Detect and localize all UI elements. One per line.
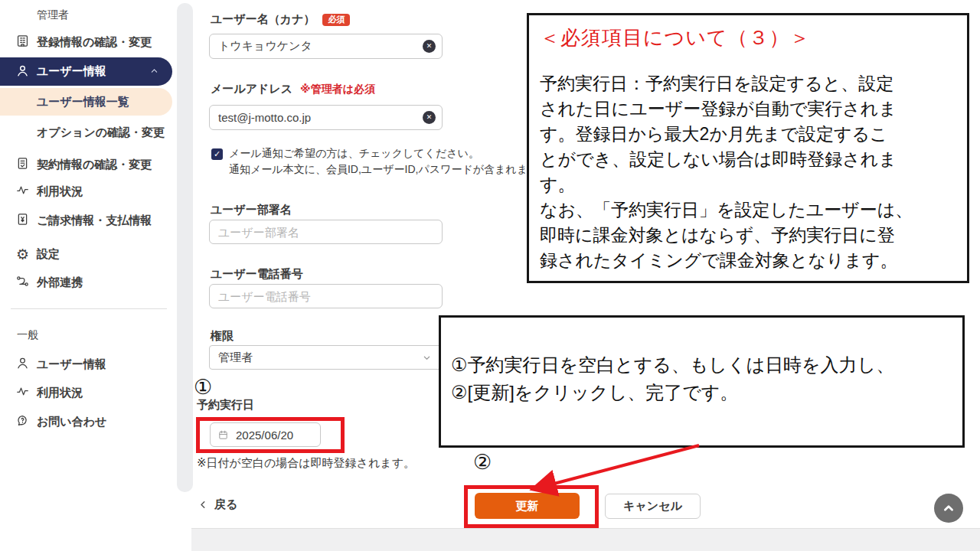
annotation-steps-text: ①予約実行日を空白とする、もしくは日時を入力し、 ②[更新]をクリックし、完了で… xyxy=(451,351,955,406)
email-field-label: メールアドレス ※管理者は必須 xyxy=(211,82,375,96)
sidebar-item-registration-info[interactable]: 登録情報の確認・変更 xyxy=(0,32,176,52)
sidebar-item-label: ユーザー情報 xyxy=(37,64,106,79)
sidebar-item-option-confirm[interactable]: オプションの確認・変更 xyxy=(0,122,176,142)
sidebar: 管理者 登録情報の確認・変更 ユーザー情報 ユーザー情報一覧 オプションの確認・… xyxy=(0,0,176,551)
sidebar-item-label: 契約情報の確認・変更 xyxy=(37,158,152,172)
sidebar-divider xyxy=(11,308,167,309)
role-selected-value: 管理者 xyxy=(218,350,253,365)
clear-icon[interactable]: ✕ xyxy=(423,40,436,53)
annotation-steps-box: ①予約実行日を空白とする、もしくは日時を入力し、 ②[更新]をクリックし、完了で… xyxy=(439,315,965,448)
annotation-arrow xyxy=(521,441,708,496)
scrollbar-track[interactable] xyxy=(177,3,193,492)
mail-notify-label: メール通知ご希望の方は、チェックしてください。 xyxy=(229,147,479,161)
contract-icon xyxy=(15,156,30,173)
email-label-text: メールアドレス xyxy=(211,82,292,96)
sidebar-item-general-usage[interactable]: 利用状況 xyxy=(0,383,176,403)
chevron-up-icon xyxy=(940,500,957,517)
back-link[interactable]: 戻る xyxy=(198,497,237,512)
pulse-icon xyxy=(15,384,30,401)
sidebar-item-label: ご請求情報・支払情報 xyxy=(37,214,152,228)
sidebar-item-label: 利用状況 xyxy=(37,386,83,400)
gear-icon: ⚙ xyxy=(15,247,30,262)
email-input[interactable] xyxy=(209,105,443,130)
contact-icon xyxy=(15,413,30,430)
callout-number-1: ① xyxy=(194,375,212,399)
phone-field-label: ユーザー電話番号 xyxy=(211,267,303,282)
role-field-label: 権限 xyxy=(211,329,234,344)
sidebar-item-label: 外部連携 xyxy=(37,276,83,290)
integration-icon xyxy=(15,274,30,291)
required-badge: 必須 xyxy=(322,14,350,26)
sidebar-section-general: 一般 xyxy=(17,328,38,342)
sidebar-item-external-integration[interactable]: 外部連携 xyxy=(0,272,176,292)
mail-notify-checkbox[interactable]: ✓ xyxy=(211,148,223,160)
dept-field-label: ユーザー部署名 xyxy=(211,203,292,217)
chevron-left-icon xyxy=(198,499,209,510)
role-label-text: 権限 xyxy=(211,329,234,344)
sidebar-item-contact[interactable]: お問い合わせ xyxy=(0,412,176,432)
dept-input[interactable] xyxy=(209,220,443,244)
sidebar-section-admin: 管理者 xyxy=(37,8,69,22)
highlight-box-date xyxy=(196,417,345,453)
cancel-button[interactable]: キャンセル xyxy=(605,494,701,519)
sidebar-item-user-info-list[interactable]: ユーザー情報一覧 xyxy=(0,88,172,116)
scroll-to-top-button[interactable] xyxy=(934,494,963,523)
sidebar-item-label: 登録情報の確認・変更 xyxy=(37,35,152,50)
sidebar-item-label: 利用状況 xyxy=(37,184,83,199)
back-label: 戻る xyxy=(214,497,237,512)
email-required-note: ※管理者は必須 xyxy=(300,83,375,96)
sidebar-item-label: お問い合わせ xyxy=(37,415,106,429)
annotation-info-title: ＜必須項目について（３）＞ xyxy=(540,24,956,51)
schedule-field-label: 予約実行日 xyxy=(197,398,254,412)
user-icon xyxy=(15,356,30,373)
sidebar-item-label: オプションの確認・変更 xyxy=(37,126,165,140)
sidebar-item-contract-info[interactable]: 契約情報の確認・変更 xyxy=(0,155,176,174)
annotation-info-box: ＜必須項目について（３）＞ 予約実行日：予約実行日を設定すると、設定 された日に… xyxy=(527,13,969,283)
phone-input[interactable] xyxy=(209,284,443,308)
role-select[interactable]: 管理者 xyxy=(209,345,443,370)
clear-icon[interactable]: ✕ xyxy=(423,111,436,124)
phone-label-text: ユーザー電話番号 xyxy=(211,267,303,282)
schedule-note: ※日付が空白の場合は即時登録されます。 xyxy=(197,456,415,471)
sidebar-item-label: ユーザー情報 xyxy=(37,357,106,372)
chevron-down-icon xyxy=(421,352,433,364)
sidebar-item-general-user-info[interactable]: ユーザー情報 xyxy=(0,354,176,374)
dept-label-text: ユーザー部署名 xyxy=(211,203,292,217)
chevron-up-icon xyxy=(149,65,160,79)
sidebar-item-user-info[interactable]: ユーザー情報 xyxy=(0,57,172,86)
sidebar-item-label: 設定 xyxy=(37,247,60,262)
registry-icon xyxy=(15,34,30,51)
sidebar-item-settings[interactable]: ⚙ 設定 xyxy=(0,244,176,264)
page-footer-band xyxy=(191,528,980,551)
sidebar-item-usage[interactable]: 利用状況 xyxy=(0,181,176,201)
callout-number-2: ② xyxy=(473,450,492,474)
schedule-label-text: 予約実行日 xyxy=(197,398,254,412)
mail-notify-sublabel: 通知メール本文に、会員ID,ユーザーID,パスワードが含まれます xyxy=(229,163,538,177)
billing-icon xyxy=(15,212,30,229)
user-icon xyxy=(15,64,30,80)
kana-field-label: ユーザー名（カナ） 必須 xyxy=(211,12,350,27)
sidebar-item-label: ユーザー情報一覧 xyxy=(37,95,129,109)
pulse-icon xyxy=(15,183,30,200)
sidebar-item-billing[interactable]: ご請求情報・支払情報 xyxy=(0,210,176,230)
kana-label-text: ユーザー名（カナ） xyxy=(211,12,315,27)
kana-input[interactable] xyxy=(209,34,443,59)
annotation-info-body: 予約実行日：予約実行日を設定すると、設定 された日にユーザー登録が自動で実行され… xyxy=(540,71,956,273)
